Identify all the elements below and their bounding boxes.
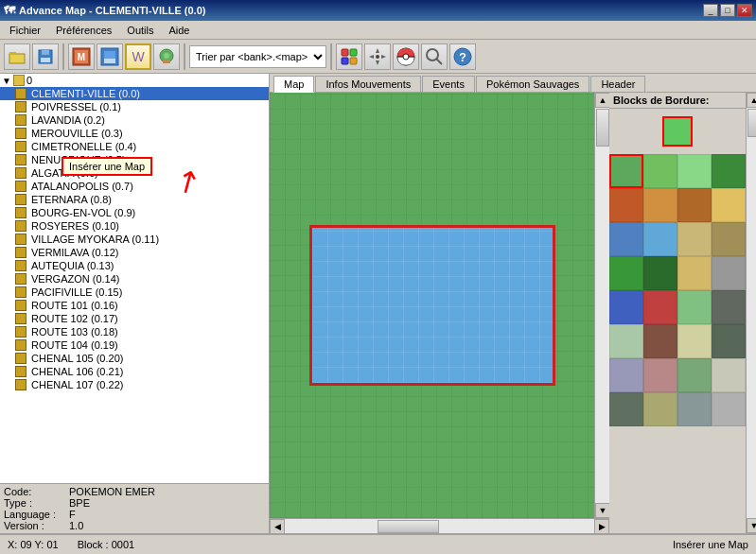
sort-dropdown[interactable]: Trier par <bank>.<map> [189,45,326,68]
block-cell[interactable] [677,222,712,256]
block-cell[interactable] [643,324,677,358]
bvscroll-thumb[interactable] [747,109,756,137]
tree-item[interactable]: ROUTE 101 (0.16) [0,299,269,312]
block-cell[interactable] [712,392,746,426]
block-cell[interactable] [712,222,746,256]
tree-item[interactable]: ETERNARA (0.8) [0,193,269,206]
tree-item[interactable]: ATALANOPOLIS (0.7) [0,180,269,193]
vscroll-up[interactable]: ▲ [595,93,609,108]
svg-rect-19 [350,58,357,64]
tree-item[interactable]: ROUTE 102 (0.17) [0,312,269,325]
tab-header[interactable]: Header [590,76,645,92]
block-cell[interactable] [712,188,746,222]
block-cell[interactable] [643,154,677,188]
block-cell[interactable] [643,392,677,426]
maximize-button[interactable]: □ [720,4,735,17]
map-icon-btn1[interactable]: M [68,43,95,70]
block-cell[interactable] [712,290,746,324]
menu-fichier[interactable]: Fichier [2,23,48,38]
block-cell[interactable] [643,358,677,392]
block-cell[interactable] [677,290,712,324]
block-cell[interactable] [609,392,643,426]
minimize-button[interactable]: _ [703,4,718,17]
tab-events[interactable]: Events [422,76,475,92]
svg-rect-1 [9,54,25,63]
tab-pokemon[interactable]: Pokémon Sauvages [476,76,589,92]
help-btn[interactable]: ? [449,43,476,70]
tree-item[interactable]: AUTEQUIA (0.13) [0,259,269,272]
tree-expand[interactable]: ▼ [2,76,11,86]
bvscroll-up[interactable]: ▲ [747,93,756,108]
menu-preferences[interactable]: Préférences [48,23,119,38]
block-cell[interactable] [609,256,643,290]
close-button[interactable]: ✕ [737,4,752,17]
tab-map[interactable]: Map [273,76,314,93]
hscroll-thumb[interactable] [378,520,439,533]
tree-item[interactable]: VILLAGE MYOKARA (0.11) [0,233,269,246]
block-cell[interactable] [609,290,643,324]
tree-item[interactable]: ALGATIA (0.6) [0,166,269,180]
selected-block[interactable] [662,116,693,147]
version-label: Version : [4,520,65,531]
block-cell[interactable] [712,256,746,290]
pokeball-btn[interactable] [393,43,419,70]
tree-item-label: ROUTE 102 (0.17) [31,313,118,324]
tree-item[interactable]: NENUCRIQUE (0.5) [0,153,269,166]
block-cell[interactable] [677,324,712,358]
block-cell[interactable] [609,188,643,222]
hscroll-left[interactable]: ◀ [270,519,285,534]
tree-item[interactable]: ROUTE 104 (0.19) [0,338,269,352]
move-icon-btn[interactable] [364,43,391,70]
window-title: Advance Map - CLEMENTI-VILLE (0.0) [19,5,205,16]
tree-item[interactable]: CHENAL 105 (0.20) [0,352,269,365]
tree-item[interactable]: ROUTE 103 (0.18) [0,325,269,338]
bvscroll-down[interactable]: ▼ [747,518,756,533]
save-button[interactable] [32,43,59,70]
open-button[interactable] [4,43,30,70]
tree-item[interactable]: PACIFIVILLE (0.15) [0,286,269,299]
map-canvas[interactable] [309,225,555,386]
tree-item[interactable]: ROSYERES (0.10) [0,219,269,233]
map-icon [15,300,26,311]
block-cell[interactable] [677,358,712,392]
tree-item[interactable]: CLEMENTI-VILLE (0.0) [0,87,269,100]
block-cell[interactable] [677,256,712,290]
block-cell[interactable] [609,154,643,188]
block-cell[interactable] [677,392,712,426]
block-cell[interactable] [643,256,677,290]
tree-item[interactable]: CHENAL 107 (0.22) [0,378,269,391]
block-cell[interactable] [609,222,643,256]
menu-outils[interactable]: Outils [119,23,161,38]
tab-infos[interactable]: Infos Mouvements [315,76,421,92]
tree-item[interactable]: CIMETRONELLE (0.4) [0,140,269,153]
map-icon-btn4[interactable] [153,43,180,70]
block-cell[interactable] [609,358,643,392]
tree-item[interactable]: BOURG-EN-VOL (0.9) [0,206,269,219]
svg-rect-18 [342,58,348,64]
block-cell[interactable] [712,154,746,188]
tree-item-label: BOURG-EN-VOL (0.9) [31,207,135,218]
block-cell[interactable] [643,290,677,324]
vscroll-thumb[interactable] [596,109,609,147]
map-icon-btn2[interactable] [97,43,123,70]
puzzle-icon-btn[interactable] [336,43,362,70]
tree-item[interactable]: POIVRESSEL (0.1) [0,100,269,113]
menu-aide[interactable]: Aide [161,23,197,38]
block-cell[interactable] [643,222,677,256]
block-cell[interactable] [712,358,746,392]
block-cell[interactable] [677,154,712,188]
block-cell[interactable] [677,188,712,222]
tree-item[interactable]: MEROUVILLE (0.3) [0,127,269,140]
map-icon-btn3[interactable]: W [125,43,151,70]
tree-item[interactable]: VERMILAVA (0.12) [0,246,269,259]
hscroll-right[interactable]: ▶ [594,519,609,534]
toolbar-separator2 [184,43,185,70]
block-cell[interactable] [712,324,746,358]
tree-item[interactable]: CHENAL 106 (0.21) [0,365,269,378]
block-cell[interactable] [609,324,643,358]
tree-item[interactable]: LAVANDIA (0.2) [0,113,269,127]
tree-item[interactable]: VERGAZON (0.14) [0,272,269,286]
vscroll-down[interactable]: ▼ [595,503,609,518]
block-cell[interactable] [643,188,677,222]
search-btn[interactable] [421,43,448,70]
